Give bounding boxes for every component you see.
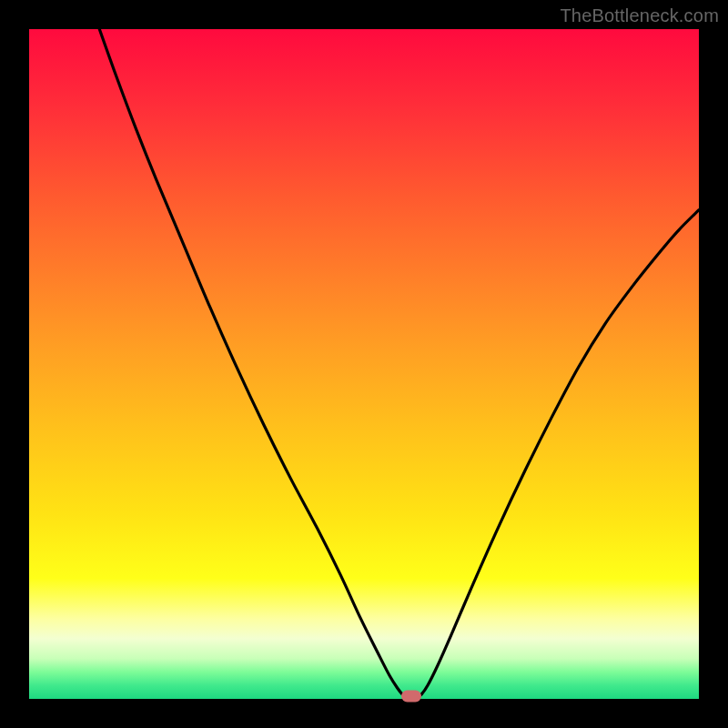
attribution-text: TheBottleneck.com (560, 5, 719, 26)
bottleneck-curve (29, 29, 699, 699)
minimum-marker (401, 691, 421, 703)
chart-frame: TheBottleneck.com (0, 0, 728, 728)
plot-area (29, 29, 699, 699)
